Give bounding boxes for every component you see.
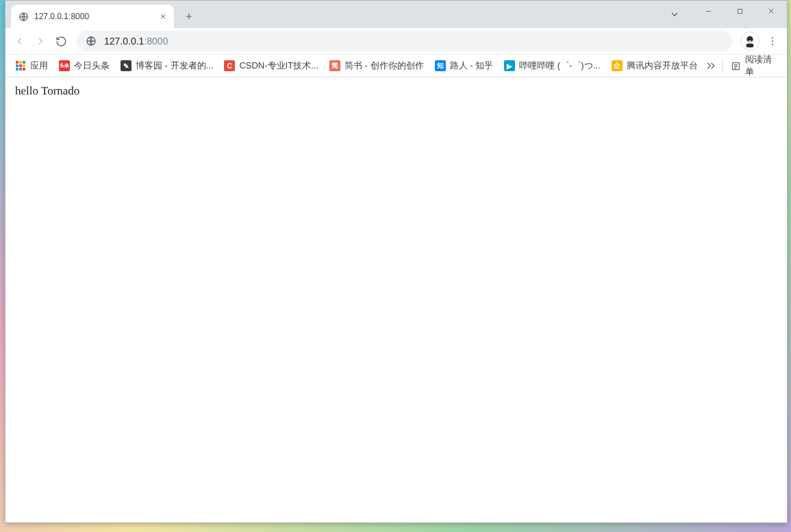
page-content: hello Tornado [5, 77, 787, 522]
site-info-icon[interactable] [85, 35, 97, 47]
reading-list-label: 阅读清单 [745, 53, 777, 78]
bookmark-label: 今日头条 [74, 60, 110, 72]
window-minimize-button[interactable] [692, 1, 724, 21]
reload-button[interactable] [51, 31, 71, 51]
bookmark-label: CSDN-专业IT技术... [239, 60, 318, 72]
bookmark-item-zhihu[interactable]: 知 路人 - 知乎 [429, 57, 499, 75]
bookmark-favicon: 头条 [59, 60, 70, 71]
tab-close-button[interactable] [158, 11, 168, 22]
bookmarks-overflow-button[interactable] [703, 57, 720, 75]
back-button[interactable] [10, 31, 30, 51]
url-host: 127.0.0.1 [104, 36, 144, 47]
reading-list-icon [731, 60, 741, 71]
bookmark-label: 简书 - 创作你的创作 [344, 60, 424, 72]
svg-point-7 [772, 37, 773, 38]
url-port: :8000 [144, 36, 168, 47]
bookmark-label: 博客园 - 开发者的... [136, 60, 213, 72]
toolbar: 127.0.0.1:8000 [5, 28, 787, 55]
apps-icon [15, 60, 26, 71]
bookmark-favicon: C [224, 60, 235, 71]
svg-point-8 [772, 40, 773, 42]
address-bar[interactable]: 127.0.0.1:8000 [77, 31, 732, 51]
profile-avatar[interactable] [740, 31, 759, 51]
window-maximize-button[interactable] [724, 1, 755, 21]
bookmark-item-csdn[interactable]: C CSDN-专业IT技术... [218, 57, 324, 75]
browser-tab[interactable]: 127.0.0.1:8000 [11, 5, 174, 28]
bookmark-label: 腾讯内容开放平台 [627, 60, 698, 72]
bookmark-favicon: 企 [612, 60, 623, 71]
tabs-dropdown-button[interactable] [665, 5, 684, 24]
bookmark-favicon: ✎ [121, 60, 131, 71]
apps-label: 应用 [30, 60, 48, 72]
new-tab-button[interactable] [179, 7, 199, 26]
svg-rect-6 [746, 44, 754, 47]
bookmark-item-toutiao[interactable]: 头条 今日头条 [53, 57, 115, 75]
browser-window: 127.0.0.1:8000 [5, 0, 788, 523]
window-close-button[interactable] [755, 1, 787, 21]
tab-strip: 127.0.0.1:8000 [5, 1, 787, 28]
globe-icon [18, 11, 29, 22]
bookmarks-bar: 应用 头条 今日头条 ✎ 博客园 - 开发者的... C CSDN-专业IT技术… [5, 55, 787, 77]
separator [722, 60, 723, 72]
svg-point-9 [772, 44, 773, 45]
bookmark-item-cnblogs[interactable]: ✎ 博客园 - 开发者的... [115, 57, 218, 75]
window-controls [692, 1, 787, 21]
bookmark-item-tencent[interactable]: 企 腾讯内容开放平台 [606, 57, 703, 75]
bookmark-favicon: 知 [435, 60, 446, 71]
svg-rect-1 [738, 9, 742, 13]
forward-button[interactable] [30, 31, 51, 51]
bookmark-item-jianshu[interactable]: 简 简书 - 创作你的创作 [324, 57, 429, 75]
page-body-text: hello Tornado [15, 84, 777, 98]
apps-shortcut[interactable]: 应用 [10, 57, 53, 75]
bookmark-label: 哔哩哔哩 (゜-゜)つ... [519, 60, 600, 72]
kebab-menu-button[interactable] [762, 31, 783, 51]
tab-title: 127.0.0.1:8000 [34, 12, 158, 21]
reading-list-button[interactable]: 阅读清单 [725, 57, 783, 75]
bookmark-item-bilibili[interactable]: ▶ 哔哩哔哩 (゜-゜)つ... [499, 57, 605, 75]
bookmark-label: 路人 - 知乎 [450, 60, 494, 72]
bookmark-favicon: ▶ [504, 60, 515, 71]
bookmark-favicon: 简 [329, 60, 340, 71]
